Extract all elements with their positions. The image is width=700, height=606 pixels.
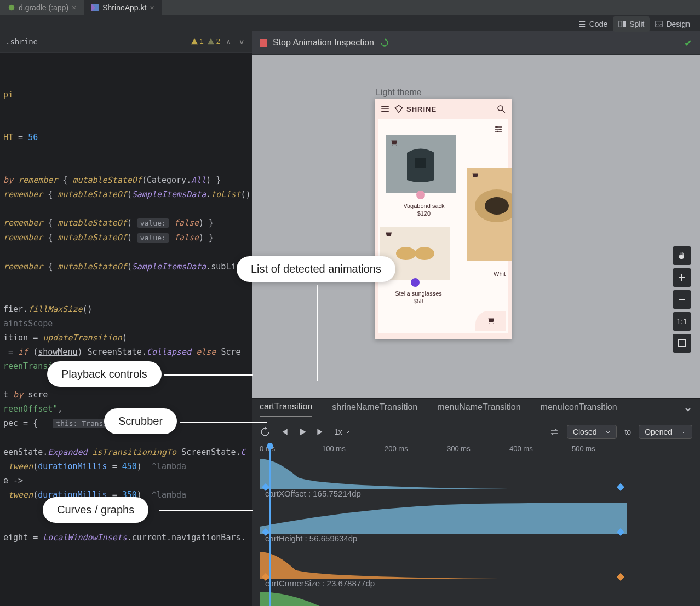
editor-tabs: d.gradle (:app) × ShrineApp.kt × — [0, 0, 700, 15]
add-to-cart-icon[interactable] — [470, 171, 480, 181]
product-image — [386, 135, 456, 193]
pan-button[interactable] — [673, 246, 691, 265]
callout-playback: Playback controls — [47, 361, 162, 387]
brand-logo: SHRINE — [394, 105, 437, 113]
product-price: $120 — [386, 210, 462, 217]
prev-frame-button[interactable] — [278, 426, 289, 437]
product-price: $58 — [380, 298, 457, 304]
timeline-ruler: 0 ms 100 ms 200 ms 300 ms 400 ms 500 ms — [252, 443, 700, 455]
curve-track — [252, 590, 700, 606]
anim-tab-shrinename[interactable]: shrineNameTransition — [332, 402, 417, 417]
curve-graph — [260, 590, 700, 606]
svg-point-6 — [496, 126, 498, 128]
tick-label: 200 ms — [385, 445, 408, 453]
cart-icon — [486, 316, 496, 326]
close-icon[interactable]: × — [150, 3, 154, 12]
tab-label: d.gradle (:app) — [19, 3, 68, 12]
tab-shrineapp[interactable]: ShrineApp.kt × — [84, 0, 162, 15]
zoom-fit-button[interactable] — [673, 334, 691, 353]
add-to-cart-icon[interactable] — [389, 138, 399, 148]
favorite-badge-icon — [416, 191, 425, 199]
app-header: SHRINE — [375, 99, 512, 119]
curve-graph — [260, 500, 627, 534]
viewmode-code[interactable]: Code — [573, 16, 613, 32]
add-to-cart-icon[interactable] — [383, 230, 393, 240]
zoom-out-button[interactable] — [673, 290, 691, 309]
check-icon: ✔ — [684, 37, 692, 49]
playback-controls: 1x Closed to Opened — [252, 420, 700, 443]
compose-preview-canvas[interactable]: Light theme SHRINE — [252, 55, 700, 398]
svg-point-7 — [499, 129, 501, 130]
svg-point-11 — [485, 197, 509, 215]
callout-curves: Curves / graphs — [43, 497, 148, 523]
to-state-selector[interactable]: Opened — [639, 425, 692, 439]
timeline[interactable]: 0 ms 100 ms 200 ms 300 ms 400 ms 500 ms … — [252, 443, 700, 606]
viewmode-design[interactable]: Design — [650, 16, 696, 32]
diamond-icon — [394, 105, 403, 113]
search-icon[interactable] — [496, 104, 506, 114]
zoom-reset-button[interactable]: 1:1 — [673, 312, 691, 331]
stop-animation-label[interactable]: Stop Animation Inspection — [273, 38, 374, 48]
svg-rect-14 — [679, 340, 685, 347]
chevron-down-icon — [345, 429, 350, 435]
fit-icon — [678, 339, 686, 348]
weak-warning-badge[interactable]: 2 — [207, 37, 220, 45]
svg-point-13 — [415, 247, 434, 260]
cart-fab[interactable] — [475, 311, 506, 331]
product-name: Stella sunglasses — [380, 290, 457, 297]
to-label: to — [624, 428, 631, 436]
tick-label: 400 ms — [509, 445, 533, 453]
swap-states-button[interactable] — [549, 427, 559, 437]
brand-badge-icon — [411, 278, 420, 287]
anim-tab-menuicon[interactable]: menuIconTransition — [541, 402, 617, 417]
code-text[interactable]: pi HT = 56 by remember { mutableStateOf(… — [0, 53, 252, 551]
breadcrumb[interactable]: .shrine — [5, 37, 38, 46]
split-icon — [618, 20, 626, 28]
anim-tab-menuname[interactable]: menuNameTransition — [437, 402, 520, 417]
tick-label: 300 ms — [447, 445, 471, 453]
prev-highlight-icon[interactable]: ∧ — [223, 36, 233, 47]
tune-icon[interactable] — [494, 125, 503, 134]
preview-pane: Stop Animation Inspection ✔ Light theme … — [252, 31, 700, 606]
svg-rect-2 — [619, 21, 622, 27]
svg-rect-3 — [623, 21, 626, 27]
gradle-icon — [8, 4, 15, 11]
next-highlight-icon[interactable]: ∨ — [237, 36, 246, 47]
anim-tab-cart[interactable]: cartTransition — [260, 402, 312, 417]
hand-icon — [677, 251, 687, 261]
speed-selector[interactable]: 1x — [334, 428, 350, 436]
loop-button[interactable] — [260, 426, 271, 437]
play-button[interactable] — [297, 426, 308, 437]
tab-gradle[interactable]: d.gradle (:app) × — [0, 0, 84, 15]
product-card[interactable]: Vagabond sack $120 — [386, 135, 462, 217]
animation-inspect-bar: Stop Animation Inspection ✔ — [252, 31, 700, 55]
warning-badge[interactable]: 1 — [191, 37, 204, 45]
tick-label: 500 ms — [572, 445, 595, 453]
curve-graph — [260, 455, 627, 489]
scrubber-handle[interactable] — [269, 443, 271, 606]
code-crumb-bar: .shrine 1 2 ∧ ∨ — [0, 31, 252, 53]
next-frame-button[interactable] — [315, 426, 326, 437]
product-card[interactable]: Whit — [467, 168, 512, 277]
from-state-selector[interactable]: Closed — [567, 425, 617, 439]
kotlin-icon — [91, 4, 99, 11]
curve-track: cartCornerSize : 23.678877dp — [252, 545, 700, 590]
menu-icon[interactable] — [380, 104, 390, 114]
close-icon[interactable]: × — [72, 3, 76, 12]
callout-scrubber: Scrubber — [104, 408, 177, 434]
refresh-icon[interactable] — [380, 38, 389, 48]
viewmode-split[interactable]: Split — [613, 16, 650, 32]
list-icon — [578, 20, 586, 28]
svg-point-5 — [498, 106, 503, 111]
stop-icon[interactable] — [260, 39, 267, 47]
curve-track: cartHeight : 56.659634dp — [252, 500, 700, 545]
preview-toolbar: 1:1 — [673, 246, 691, 353]
animation-tabs: cartTransition shrineNameTransition menu… — [252, 399, 700, 420]
curve-track: cartXOffset : 165.75214dp — [252, 455, 700, 500]
svg-rect-9 — [415, 158, 426, 168]
product-grid: Vagabond sack $120 Whit — [378, 119, 508, 333]
chevron-down-icon — [605, 429, 611, 435]
chevron-down-icon[interactable] — [684, 405, 692, 414]
tab-label: ShrineApp.kt — [102, 3, 146, 12]
zoom-in-button[interactable] — [673, 268, 691, 287]
